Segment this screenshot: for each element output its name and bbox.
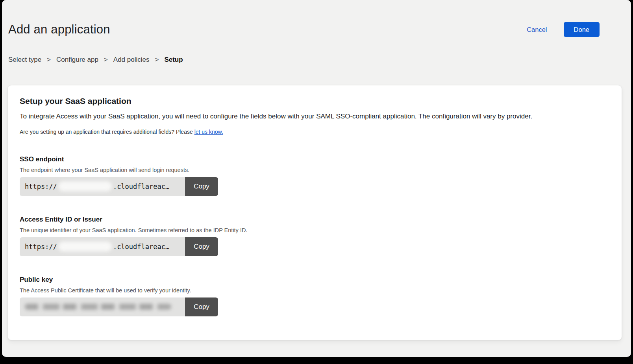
access-entity-id-description: The unique identifier of your SaaS appli… <box>20 227 610 233</box>
done-button[interactable]: Done <box>564 22 600 37</box>
setup-card: Setup your SaaS application To integrate… <box>7 85 622 340</box>
value-suffix: .cloudflareac… <box>113 243 169 251</box>
access-entity-id-copy-button[interactable]: Copy <box>185 237 218 256</box>
note-text: Are you setting up an application that r… <box>20 129 194 135</box>
breadcrumb-separator: > <box>104 56 108 64</box>
breadcrumb: Select type > Configure app > Add polici… <box>8 56 631 64</box>
sso-endpoint-copy-button[interactable]: Copy <box>185 177 218 196</box>
sso-endpoint-label: SSO endpoint <box>20 155 610 163</box>
breadcrumb-step-setup: Setup <box>164 56 183 64</box>
card-heading: Setup your SaaS application <box>20 96 610 106</box>
access-entity-id-value-row: https:// .cloudflareac… Copy <box>20 237 218 256</box>
field-public-key: Public key The Access Public Certificate… <box>20 276 610 316</box>
card-intro: To integrate Access with your SaaS appli… <box>20 112 610 121</box>
sso-endpoint-value-row: https:// .cloudflareac… Copy <box>20 177 218 196</box>
public-key-description: The Access Public Certificate that will … <box>20 287 610 294</box>
header-actions: Cancel Done <box>527 22 600 37</box>
breadcrumb-step-add-policies[interactable]: Add policies <box>113 56 150 64</box>
public-key-label: Public key <box>20 276 610 284</box>
breadcrumb-separator: > <box>47 56 51 64</box>
sso-endpoint-description: The endpoint where your SaaS application… <box>20 167 610 173</box>
page-title: Add an application <box>8 22 110 37</box>
field-access-entity-id: Access Entity ID or Issuer The unique id… <box>20 216 610 256</box>
sso-endpoint-value: https:// .cloudflareac… <box>20 177 185 196</box>
app-window: Add an application Cancel Done Select ty… <box>2 0 631 357</box>
public-key-value-row: Copy <box>20 297 218 316</box>
redacted-value-segment <box>58 181 112 191</box>
page-header: Add an application Cancel Done <box>2 0 631 37</box>
redacted-value-segment <box>58 242 112 251</box>
breadcrumb-step-configure-app[interactable]: Configure app <box>56 56 98 64</box>
value-prefix: https:// <box>25 243 57 251</box>
public-key-copy-button[interactable]: Copy <box>185 297 218 316</box>
breadcrumb-separator: > <box>155 56 159 64</box>
access-entity-id-value: https:// .cloudflareac… <box>20 237 185 256</box>
value-prefix: https:// <box>25 183 57 190</box>
field-sso-endpoint: SSO endpoint The endpoint where your Saa… <box>20 155 610 196</box>
let-us-know-link[interactable]: let us know. <box>194 129 223 135</box>
value-suffix: .cloudflareac… <box>113 183 169 190</box>
additional-fields-note: Are you setting up an application that r… <box>20 129 610 135</box>
access-entity-id-label: Access Entity ID or Issuer <box>20 216 610 224</box>
redacted-value-segment <box>25 304 171 310</box>
breadcrumb-step-select-type[interactable]: Select type <box>8 56 41 64</box>
cancel-button[interactable]: Cancel <box>527 26 547 33</box>
public-key-value <box>20 297 185 316</box>
